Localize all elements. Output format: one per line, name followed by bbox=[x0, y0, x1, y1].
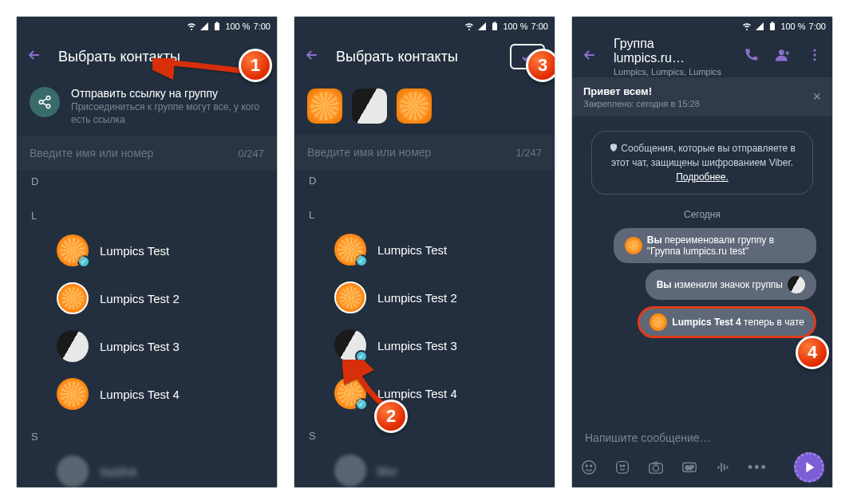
callout-2: 2 bbox=[374, 400, 408, 433]
section-s: S bbox=[17, 426, 277, 447]
selected-avatar[interactable] bbox=[352, 89, 387, 124]
contact-row[interactable]: ✓ Lumpics Test bbox=[17, 226, 277, 274]
svg-rect-6 bbox=[494, 22, 496, 24]
signal-icon bbox=[477, 22, 487, 31]
msg-bold: Lumpics Test 4 bbox=[672, 317, 740, 328]
enc-text: Сообщения, которые вы отправляете в этот… bbox=[611, 143, 796, 168]
call-icon[interactable] bbox=[743, 47, 759, 66]
contact-row[interactable]: Lumpics Test 4 bbox=[17, 370, 277, 418]
section-s: S bbox=[294, 425, 555, 447]
avatar-icon bbox=[625, 237, 642, 254]
system-message-highlighted: Lumpics Test 4 теперь в чате bbox=[638, 306, 816, 338]
pinned-message[interactable]: Привет всем! Закреплено: сегодня в 15:28… bbox=[572, 77, 832, 116]
avatar bbox=[334, 282, 366, 313]
svg-point-12 bbox=[813, 58, 815, 61]
msg-bold: Вы bbox=[647, 234, 662, 246]
battery-icon bbox=[768, 22, 777, 31]
counter: 0/247 bbox=[238, 148, 264, 159]
chat-subtitle: Lumpics, Lumpics, Lumpics bbox=[614, 67, 727, 77]
msg-bold: Вы bbox=[657, 279, 672, 290]
svg-point-14 bbox=[586, 465, 587, 467]
avatar bbox=[57, 330, 89, 362]
page-title: Выбрать контакты bbox=[336, 49, 494, 65]
svg-rect-8 bbox=[772, 22, 774, 24]
back-icon[interactable] bbox=[304, 47, 320, 66]
svg-point-18 bbox=[623, 465, 625, 467]
back-icon[interactable] bbox=[582, 47, 598, 66]
shield-icon bbox=[609, 143, 618, 152]
search-placeholder: Введите имя или номер bbox=[307, 146, 431, 159]
voice-icon[interactable] bbox=[714, 459, 732, 476]
more-icon[interactable]: ••• bbox=[748, 459, 768, 476]
svg-point-3 bbox=[39, 100, 43, 104]
signal-icon bbox=[755, 22, 764, 31]
svg-rect-7 bbox=[770, 23, 775, 30]
contact-name: Lumpics Test 3 bbox=[100, 340, 180, 353]
svg-rect-1 bbox=[216, 22, 219, 24]
selected-avatar[interactable] bbox=[397, 89, 432, 124]
section-d: D bbox=[17, 171, 277, 192]
message-input[interactable]: Напишите сообщение… bbox=[580, 431, 824, 444]
contact-row[interactable]: Lumpics Test 2 bbox=[294, 274, 555, 321]
section-l: L bbox=[17, 205, 277, 226]
check-icon: ✓ bbox=[77, 255, 90, 268]
contact-name: blur bbox=[377, 464, 397, 478]
signal-icon bbox=[199, 22, 209, 31]
avatar bbox=[57, 282, 89, 314]
svg-point-11 bbox=[813, 53, 815, 56]
screen-select-contacts-1: 100 % 7:00 Выбрать контакты Отправить сс… bbox=[16, 16, 278, 488]
contact-row[interactable]: Lumpics Test 2 bbox=[17, 274, 277, 322]
status-bar: 100 % 7:00 bbox=[294, 17, 555, 36]
svg-point-4 bbox=[46, 104, 50, 108]
svg-point-9 bbox=[779, 49, 784, 55]
screen-group-chat: 100 % 7:00 Группа lumpics.ru… Lumpics, L… bbox=[571, 16, 833, 488]
msg-text: теперь в чате bbox=[741, 317, 804, 328]
wifi-icon bbox=[464, 22, 474, 31]
contact-row[interactable]: Lumpics Test 3 bbox=[17, 322, 277, 370]
svg-point-15 bbox=[590, 465, 592, 467]
gif-icon[interactable]: GIF bbox=[681, 459, 698, 476]
send-button[interactable] bbox=[794, 452, 824, 482]
app-bar: Выбрать контакты bbox=[294, 36, 555, 77]
contact-row[interactable]: SaShA bbox=[17, 447, 277, 488]
system-message: Вы переименовали группу в "Группа lumpic… bbox=[614, 228, 816, 263]
share-icon bbox=[30, 87, 60, 117]
contact-row[interactable]: ✓ Lumpics Test 4 bbox=[294, 369, 555, 417]
avatar: ✓ bbox=[57, 234, 89, 266]
contact-row[interactable]: ✓ Lumpics Test bbox=[294, 226, 555, 274]
svg-point-20 bbox=[653, 465, 658, 471]
avatar bbox=[334, 455, 366, 486]
more-icon[interactable] bbox=[807, 47, 823, 66]
close-icon[interactable]: × bbox=[812, 89, 821, 105]
avatar-icon bbox=[788, 276, 805, 293]
section-l: L bbox=[294, 204, 555, 226]
section-d: D bbox=[294, 170, 555, 191]
enc-more-link[interactable]: Подробнее. bbox=[676, 171, 729, 183]
contact-name: Lumpics Test 2 bbox=[377, 291, 457, 305]
back-icon[interactable] bbox=[26, 47, 42, 66]
search-bar[interactable]: Введите имя или номер 0/247 bbox=[17, 136, 277, 171]
avatar bbox=[57, 455, 89, 487]
search-bar[interactable]: Введите имя или номер 1/247 bbox=[294, 135, 555, 170]
camera-icon[interactable] bbox=[647, 459, 665, 476]
input-bar: Напишите сообщение… GIF ••• bbox=[572, 425, 832, 487]
time-text: 7:00 bbox=[809, 22, 826, 31]
contact-name: Lumpics Test 4 bbox=[100, 388, 180, 401]
contact-name: SaShA bbox=[100, 465, 137, 478]
selected-avatar[interactable] bbox=[307, 89, 342, 124]
share-subtitle: Присоединиться к группе могут все, у ког… bbox=[71, 101, 264, 126]
selected-contacts bbox=[294, 77, 555, 135]
system-message: Вы изменили значок группы bbox=[646, 270, 816, 300]
smiley-icon[interactable] bbox=[580, 459, 598, 476]
status-bar: 100 % 7:00 bbox=[17, 17, 277, 36]
status-bar: 100 % 7:00 bbox=[572, 17, 832, 36]
encryption-notice: Сообщения, которые вы отправляете в этот… bbox=[591, 131, 813, 195]
chat-title[interactable]: Группа lumpics.ru… bbox=[614, 37, 727, 65]
screen-select-contacts-2: 100 % 7:00 Выбрать контакты Введите имя … bbox=[294, 16, 555, 488]
sticker-icon[interactable] bbox=[614, 459, 631, 476]
svg-point-10 bbox=[813, 49, 815, 52]
contact-row[interactable]: blur bbox=[294, 447, 555, 488]
add-user-icon[interactable] bbox=[775, 47, 791, 66]
time-text: 7:00 bbox=[254, 22, 270, 31]
contact-row[interactable]: ✓ Lumpics Test 3 bbox=[294, 321, 555, 369]
